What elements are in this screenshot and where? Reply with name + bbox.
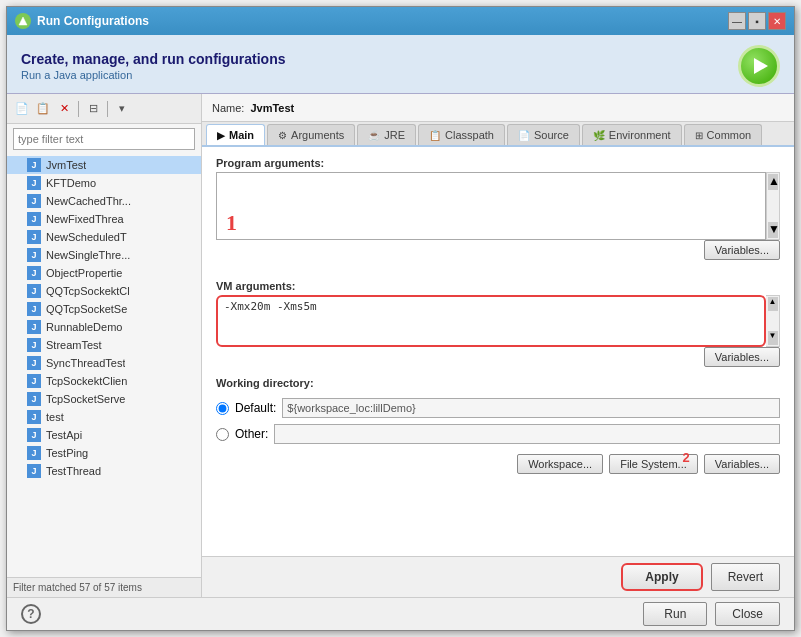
default-radio[interactable] <box>216 402 229 415</box>
tab-label: Classpath <box>445 129 494 141</box>
tree-item-label: RunnableDemo <box>46 321 122 333</box>
other-dir-input[interactable] <box>274 424 780 444</box>
copy-config-button[interactable]: 📋 <box>34 100 52 118</box>
tree-item-label: StreamTest <box>46 339 102 351</box>
tab-label: Arguments <box>291 129 344 141</box>
program-args-scrollbar: ▲ ▼ <box>766 172 780 240</box>
other-radio[interactable] <box>216 428 229 441</box>
name-label: Name: <box>212 102 244 114</box>
revert-button[interactable]: Revert <box>711 563 780 591</box>
tree-item-icon: J <box>27 302 41 316</box>
tab-main[interactable]: ▶Main <box>206 124 265 145</box>
scrollbar-up-arrow: ▲ <box>768 174 778 190</box>
tree-item[interactable]: J test <box>7 408 201 426</box>
name-value: JvmTest <box>250 102 294 114</box>
scrollbar-down-arrow: ▼ <box>768 222 778 238</box>
tree-item[interactable]: J SyncThreadTest <box>7 354 201 372</box>
tree-item-icon: J <box>27 320 41 334</box>
tree-item[interactable]: J NewCachedThr... <box>7 192 201 210</box>
tree-item[interactable]: J JvmTest <box>7 156 201 174</box>
tree-item[interactable]: J NewFixedThrea <box>7 210 201 228</box>
vm-args-section: VM arguments: ▲ ▼ Variables... <box>216 280 780 367</box>
tab-common[interactable]: ⊞Common <box>684 124 763 145</box>
program-args-variables-button[interactable]: Variables... <box>704 240 780 260</box>
vm-args-variables-button[interactable]: Variables... <box>704 347 780 367</box>
tree-item-icon: J <box>27 212 41 226</box>
apply-button[interactable]: Apply <box>621 563 702 591</box>
vm-args-input[interactable] <box>216 295 766 347</box>
title-bar-left: Run Configurations <box>15 13 149 29</box>
tree-item[interactable]: J TcpSockektClien <box>7 372 201 390</box>
tab-classpath[interactable]: 📋Classpath <box>418 124 505 145</box>
tree-item[interactable]: J TcpSocketServe <box>7 390 201 408</box>
name-bar: Name: JvmTest <box>202 94 794 122</box>
other-radio-row: Other: <box>216 424 780 444</box>
tree-item[interactable]: J TestPing <box>7 444 201 462</box>
close-button[interactable]: Close <box>715 602 780 626</box>
tab-icon: ⚙ <box>278 130 287 141</box>
tree-item[interactable]: J NewScheduledT <box>7 228 201 246</box>
minimize-button[interactable]: — <box>728 12 746 30</box>
tree-item-icon: J <box>27 248 41 262</box>
help-button[interactable]: ? <box>21 604 41 624</box>
close-window-button[interactable]: ✕ <box>768 12 786 30</box>
tab-label: Environment <box>609 129 671 141</box>
file-system-wrapper: File System... 2 <box>609 454 698 474</box>
tab-icon: ▶ <box>217 130 225 141</box>
tree-item[interactable]: J TestThread <box>7 462 201 480</box>
footer-bar: ? Run Close <box>7 597 794 630</box>
run-config-button[interactable] <box>738 45 780 87</box>
tree-item[interactable]: J QQTcpSocketSe <box>7 300 201 318</box>
tab-arguments[interactable]: ⚙Arguments <box>267 124 355 145</box>
tree-item-label: ObjectPropertie <box>46 267 122 279</box>
view-menu-button[interactable]: ▾ <box>113 100 131 118</box>
vm-scrollbar-up: ▲ <box>768 297 778 311</box>
tree-item-icon: J <box>27 356 41 370</box>
main-body: 📄 📋 ✕ ⊟ ▾ J JvmTest J KFTDemo J NewCache… <box>7 94 794 597</box>
title-controls: — ▪ ✕ <box>728 12 786 30</box>
default-dir-input[interactable] <box>282 398 780 418</box>
footer-right-buttons: Run Close <box>643 602 780 626</box>
tab-environment[interactable]: 🌿Environment <box>582 124 682 145</box>
number-2-label: 2 <box>683 450 690 465</box>
tree-item-label: KFTDemo <box>46 177 96 189</box>
run-button[interactable]: Run <box>643 602 707 626</box>
tree-item-icon: J <box>27 374 41 388</box>
filter-input[interactable] <box>13 128 195 150</box>
dir-variables-button[interactable]: Variables... <box>704 454 780 474</box>
tree-item[interactable]: J NewSingleThre... <box>7 246 201 264</box>
tree-item[interactable]: J KFTDemo <box>7 174 201 192</box>
tree-item[interactable]: J TestApi <box>7 426 201 444</box>
tree-item[interactable]: J RunnableDemo <box>7 318 201 336</box>
tree-item[interactable]: J QQTcpSockektCl <box>7 282 201 300</box>
other-radio-label: Other: <box>235 427 268 441</box>
tree-item[interactable]: J ObjectPropertie <box>7 264 201 282</box>
default-radio-label: Default: <box>235 401 276 415</box>
new-config-button[interactable]: 📄 <box>13 100 31 118</box>
tree-item[interactable]: J StreamTest <box>7 336 201 354</box>
tab-source[interactable]: 📄Source <box>507 124 580 145</box>
run-triangle-icon <box>754 58 768 74</box>
collapse-all-button[interactable]: ⊟ <box>84 100 102 118</box>
delete-config-button[interactable]: ✕ <box>55 100 73 118</box>
tab-icon: 🌿 <box>593 130 605 141</box>
variables-row-1: Variables... <box>216 240 780 260</box>
tree-item-icon: J <box>27 446 41 460</box>
workspace-button[interactable]: Workspace... <box>517 454 603 474</box>
tree-item-label: SyncThreadTest <box>46 357 125 369</box>
tree-item-label: NewSingleThre... <box>46 249 130 261</box>
program-args-label: Program arguments: <box>216 157 780 169</box>
tree-item-label: TestPing <box>46 447 88 459</box>
vm-args-scrollbar: ▲ ▼ <box>766 295 780 347</box>
tabs-bar: ▶Main⚙Arguments☕JRE📋Classpath📄Source🌿Env… <box>202 122 794 147</box>
default-radio-row: Default: <box>216 398 780 418</box>
program-args-input[interactable] <box>216 172 766 240</box>
tab-icon: 📋 <box>429 130 441 141</box>
toolbar-separator <box>78 101 79 117</box>
tab-jre[interactable]: ☕JRE <box>357 124 416 145</box>
maximize-button[interactable]: ▪ <box>748 12 766 30</box>
tree-item-icon: J <box>27 266 41 280</box>
tree-item-icon: J <box>27 410 41 424</box>
tree-item-icon: J <box>27 158 41 172</box>
tree-item-label: JvmTest <box>46 159 86 171</box>
